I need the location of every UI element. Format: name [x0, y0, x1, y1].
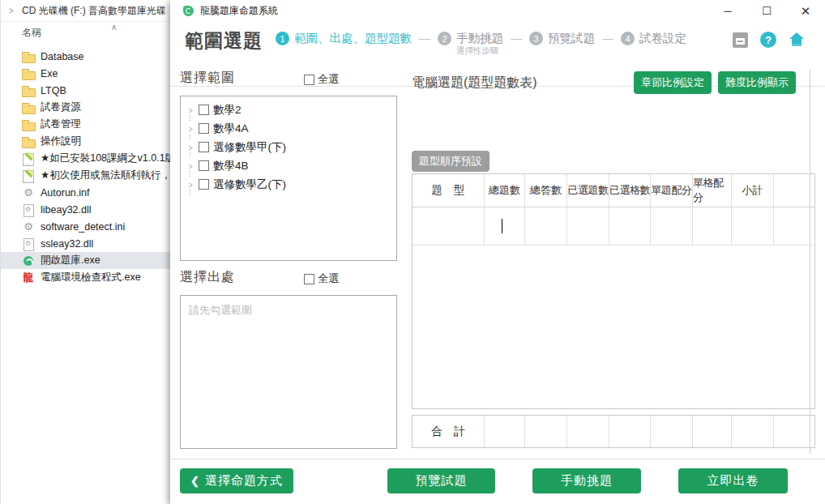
explorer-name-column-header[interactable]: 名稱 ∧: [1, 22, 173, 43]
range-select-all-checkbox[interactable]: [304, 75, 314, 85]
name-column-label: 名稱: [22, 26, 41, 40]
file-item[interactable]: libeay32.dll: [1, 201, 173, 218]
file-item[interactable]: Database: [1, 48, 173, 65]
close-button[interactable]: ✕: [786, 0, 825, 22]
tree-item-checkbox[interactable]: [199, 123, 209, 134]
step-separator: —: [419, 32, 430, 45]
expand-arrow-icon[interactable]: ＞: [187, 140, 197, 154]
computer-selection-panel: 電腦選題(題型題數表) 章節比例設定 難度比例顯示 題型順序預設 題 型總題數總…: [409, 70, 815, 97]
file-item[interactable]: 試卷資源: [1, 99, 173, 116]
tree-item[interactable]: ＞選修數學甲(下): [181, 138, 396, 156]
total-value-cell: [774, 416, 814, 447]
table-entry-cell[interactable]: [609, 207, 651, 245]
minimize-button[interactable]: ─: [708, 0, 747, 22]
step-label-group: 試卷設定: [639, 31, 686, 45]
file-name: 試卷資源: [41, 100, 81, 114]
scrollbar-track[interactable]: [810, 70, 810, 454]
tree-item[interactable]: ＞數學4A: [181, 119, 396, 138]
tree-item-checkbox[interactable]: [199, 179, 209, 190]
wizard-step-3[interactable]: 3預覽試題: [529, 31, 595, 45]
file-item[interactable]: 開啟題庫.exe: [1, 252, 173, 269]
expand-arrow-icon[interactable]: ＞: [187, 177, 197, 191]
step-number-badge: 3: [529, 32, 543, 45]
file-name: Exe: [41, 68, 58, 79]
save-icon[interactable]: [733, 32, 748, 48]
maximize-button[interactable]: ☐: [747, 0, 786, 22]
range-select-all-label: 全選: [318, 72, 339, 87]
step-label: 試卷設定: [639, 32, 686, 45]
file-item[interactable]: 試卷管理: [1, 116, 173, 133]
file-item[interactable]: LTQB: [1, 82, 173, 99]
table-entry-row[interactable]: [412, 207, 814, 246]
selection-panel: 選擇範圍 全選 ＞數學2＞數學4A＞選修數學甲(下)＞數學4B＞選修數學乙(下)…: [180, 70, 397, 449]
expand-arrow-icon[interactable]: ＞: [187, 122, 197, 135]
tree-item-label: 選修數學乙(下): [213, 177, 286, 192]
expand-arrow-icon[interactable]: ＞: [187, 103, 197, 117]
wizard-step-4[interactable]: 4試卷設定: [621, 31, 686, 45]
app-header: 範圍選題 1範圍、出處、題型題數—2手動挑題選擇性步驟—3預覽試題—4試卷設定 …: [170, 21, 825, 65]
home-icon[interactable]: [789, 32, 805, 47]
generate-exam-button[interactable]: 立即出卷: [678, 468, 788, 493]
help-icon[interactable]: ?: [760, 32, 776, 48]
file-item[interactable]: Exe: [1, 65, 173, 82]
tree-item[interactable]: ＞數學2: [181, 100, 396, 119]
table-entry-cell[interactable]: [525, 207, 567, 245]
expand-arrow-icon[interactable]: ＞: [187, 159, 197, 173]
file-item[interactable]: 操作說明: [1, 133, 173, 150]
tree-item-checkbox[interactable]: [199, 160, 209, 171]
range-select-all[interactable]: 全選: [304, 72, 339, 87]
app-logo-icon: [183, 6, 194, 16]
step-label-group: 範圍、出處、題型題數: [294, 31, 412, 45]
preview-questions-button[interactable]: 預覽試題: [387, 468, 495, 493]
ratio-buttons: 章節比例設定 難度比例顯示: [634, 71, 796, 94]
file-name: 電腦環境檢查程式.exe: [41, 271, 141, 284]
table-entry-cell[interactable]: [774, 207, 814, 245]
table-entry-cell[interactable]: [732, 207, 774, 245]
file-item[interactable]: Autorun.inf: [1, 184, 173, 201]
file-name: ★初次使用或無法順利執行，請: [41, 169, 173, 182]
table-entry-cell[interactable]: [693, 207, 732, 245]
manual-pick-button[interactable]: 手動挑題: [532, 468, 641, 493]
type-order-button[interactable]: 題型順序預設: [412, 151, 489, 172]
table-entry-cell[interactable]: [412, 207, 485, 245]
chapter-ratio-button[interactable]: 章節比例設定: [634, 71, 712, 94]
step-number-badge: 1: [276, 32, 289, 45]
step-label-group: 預覽試題: [548, 31, 595, 45]
source-select-all[interactable]: 全選: [304, 271, 339, 286]
source-select-all-checkbox[interactable]: [304, 274, 314, 284]
file-item[interactable]: ★如已安裝108課綱之v1.0.1版題: [1, 150, 173, 167]
folder-icon: [22, 84, 35, 97]
table-header-cell: 總題數: [485, 174, 525, 207]
tree-item[interactable]: ＞數學4B: [181, 156, 396, 175]
wizard-step-2[interactable]: 2手動挑題選擇性步驟: [438, 31, 503, 55]
tree-item[interactable]: ＞選修數學乙(下): [181, 175, 396, 194]
total-value-cell: [732, 416, 774, 447]
tree-item-label: 數學2: [213, 103, 242, 117]
table-entry-cell[interactable]: [567, 207, 609, 245]
dll-file-icon: [22, 237, 35, 250]
folder-icon: [22, 67, 35, 80]
difficulty-ratio-button[interactable]: 難度比例顯示: [718, 71, 796, 94]
tree-item-checkbox[interactable]: [199, 142, 209, 152]
back-to-mode-button[interactable]: ❮ 選擇命題方式: [180, 468, 293, 493]
step-number-badge: 4: [621, 32, 635, 45]
file-item[interactable]: software_detect.ini: [1, 218, 173, 235]
table-entry-cell[interactable]: [485, 207, 525, 245]
file-item[interactable]: 龍電腦環境檢查程式.exe: [1, 269, 173, 286]
file-item[interactable]: ssleay32.dll: [1, 235, 173, 252]
source-list-box: 請先勾選範圍: [180, 295, 397, 449]
table-header-cell: 已選格數: [609, 174, 651, 207]
table-header-row: 題 型總題數總答數已選題數已選格數單題配分單格配分小計: [412, 174, 814, 207]
table-header-cell: 總答數: [525, 174, 567, 207]
wizard-step-1[interactable]: 1範圍、出處、題型題數: [276, 31, 412, 45]
tree-item-label: 數學4A: [213, 122, 249, 136]
table-entry-cell[interactable]: [651, 207, 693, 245]
step-number-badge: 2: [438, 32, 451, 45]
file-item[interactable]: ★初次使用或無法順利執行，請: [1, 167, 173, 184]
dll-file-icon: [22, 203, 35, 216]
explorer-drive-row[interactable]: ＞ CD 光碟機 (F:) 普高數學題庫光碟: [1, 0, 173, 22]
dragon-icon: 龍: [22, 271, 35, 284]
tree-item-checkbox[interactable]: [199, 105, 209, 115]
step-separator: —: [511, 32, 522, 45]
file-list: DatabaseExeLTQB試卷資源試卷管理操作說明★如已安裝108課綱之v1…: [1, 48, 173, 286]
